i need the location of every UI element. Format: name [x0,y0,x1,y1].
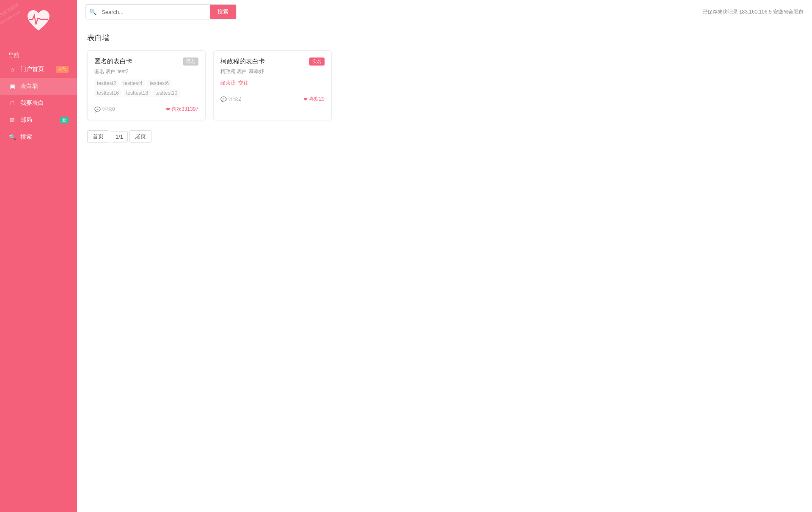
page-body: 表白墙 匿名的表白卡 匿名 匿名 表白 test2 testtest2 test… [77,24,812,512]
search-button[interactable]: 搜索 [210,5,236,19]
search-input[interactable] [100,6,210,18]
tag-item[interactable]: testtest2 [94,79,118,87]
card-2-comments: 💬 评论2 [220,96,241,103]
card-2-badge: 实名 [309,57,325,66]
sidebar-item-mail[interactable]: ✉ 邮局 新 [0,112,77,129]
wall-icon: ▣ [8,82,16,90]
card-1-meta: 匿名 表白 test2 [94,68,198,75]
tag-item[interactable]: testtest16 [94,89,121,97]
card-1-tags: testtest2 testtest4 testtest6 testtest16… [94,79,198,97]
card-2-header: 柯政程的表白卡 实名 [220,57,325,66]
pagination-last[interactable]: 尾页 [129,130,151,143]
main-content: 🔍 搜索 已保存来访记录 183.160.106.5 安徽省合肥市 表白墙 匿名… [77,0,812,512]
mail-icon: ✉ [8,116,16,124]
card-2: 柯政程的表白卡 实名 柯政程 表白 慕幸妤 绿茶汤 交往 💬 评论2 ❤ 喜欢2… [213,50,332,120]
logo-area [0,0,77,40]
nav-badge-hot: 人气 [56,66,69,73]
sidebar-item-home-label: 门户首页 [20,66,44,73]
sidebar-item-search[interactable]: 🔍 搜索 [0,129,77,145]
sidebar-item-wall-label: 表白墙 [20,82,38,90]
nav-badge-new: 新 [60,117,69,123]
like-icon: ❤ [303,96,308,102]
logo-icon [23,7,54,37]
cards-grid: 匿名的表白卡 匿名 匿名 表白 test2 testtest2 testtest… [87,50,802,120]
search-sidebar-icon: 🔍 [8,133,16,141]
like-icon: ❤ [166,107,170,112]
card-2-title: 柯政程的表白卡 [220,57,265,66]
tag-item[interactable]: testtest10 [153,89,180,97]
tag-item[interactable]: testtest18 [124,89,151,97]
card-1-badge: 匿名 [183,57,198,66]
tag-item[interactable]: testtest4 [121,79,145,87]
comment-icon: 💬 [220,96,227,102]
sidebar-item-wall[interactable]: ▣ 表白墙 [0,78,77,95]
card-link-item[interactable]: 绿茶汤 [220,79,236,87]
card-1: 匿名的表白卡 匿名 匿名 表白 test2 testtest2 testtest… [87,50,206,120]
card-1-comments: 💬 评论0 [94,106,115,113]
card-1-likes: ❤ 喜欢331397 [166,106,198,113]
card-2-meta: 柯政程 表白 慕幸妤 [220,68,325,75]
sidebar-item-mail-label: 邮局 [20,116,32,124]
home-icon: ⌂ [8,66,16,73]
comment-icon: 💬 [94,107,101,112]
card-1-title: 匿名的表白卡 [94,57,132,66]
card-link-item[interactable]: 交往 [238,79,248,87]
sidebar-item-confess-label: 我要表白 [20,99,44,107]
search-icon: 🔍 [86,8,100,15]
card-1-footer: 💬 评论0 ❤ 喜欢331397 [94,102,198,113]
pagination: 首页 1/1 尾页 [87,130,802,143]
sidebar: 金额充值/溢团网 atoiyouvip.com 导航 ⌂ 门户首页 人气 ▣ 表… [0,0,77,512]
pagination-current: 1/1 [111,131,128,142]
card-1-header: 匿名的表白卡 匿名 [94,57,198,66]
topbar: 🔍 搜索 已保存来访记录 183.160.106.5 安徽省合肥市 [77,0,812,24]
card-2-likes: ❤ 喜欢20 [303,96,325,103]
card-2-footer: 💬 评论2 ❤ 喜欢20 [220,92,325,103]
sidebar-item-search-label: 搜索 [20,133,32,141]
card-2-links: 绿茶汤 交往 [220,79,325,87]
nav-section-label: 导航 [0,48,77,61]
confess-icon: □ [8,99,16,107]
visitor-info: 已保存来访记录 183.160.106.5 安徽省合肥市 [702,8,804,16]
sidebar-item-home[interactable]: ⌂ 门户首页 人气 [0,61,77,78]
pagination-first[interactable]: 首页 [87,130,109,143]
sidebar-nav: 导航 ⌂ 门户首页 人气 ▣ 表白墙 □ 我要表白 ✉ 邮局 新 🔍 搜索 [0,48,77,145]
page-title: 表白墙 [87,33,802,43]
tag-item[interactable]: testtest6 [147,79,171,87]
search-bar: 🔍 搜索 [85,4,237,19]
sidebar-item-confess[interactable]: □ 我要表白 [0,95,77,112]
